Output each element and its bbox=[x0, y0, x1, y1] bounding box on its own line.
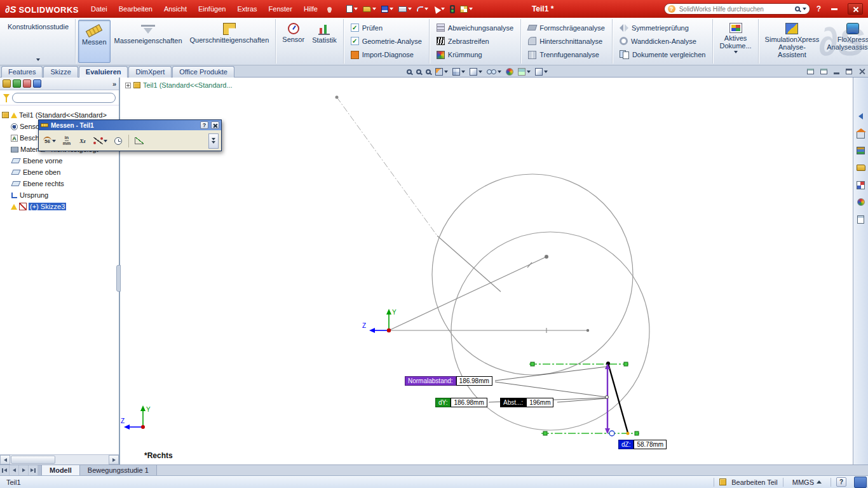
taskpane-collapse-button[interactable] bbox=[855, 111, 867, 122]
scroll-left-button[interactable] bbox=[0, 455, 10, 464]
document-close-icon[interactable] bbox=[858, 68, 865, 75]
previous-view-button[interactable] bbox=[424, 69, 432, 75]
tree-horizontal-scrollbar[interactable] bbox=[0, 454, 119, 464]
ribbon-button-trennfugenanalyse[interactable]: Trennfugenanalyse bbox=[525, 48, 608, 62]
measurement-history-button[interactable] bbox=[111, 133, 125, 149]
close-button[interactable] bbox=[848, 3, 863, 15]
ribbon-button-pruefen[interactable]: ✓ Prüfen bbox=[348, 21, 425, 34]
print-button[interactable] bbox=[397, 5, 414, 13]
ribbon-button-statistik[interactable]: Statistik bbox=[308, 20, 341, 63]
next-tab-button[interactable] bbox=[19, 465, 29, 475]
document-window-icon[interactable] bbox=[820, 69, 827, 74]
tree-item-ebene-vorne[interactable]: Ebene vorne bbox=[0, 155, 119, 166]
zoom-fit-button[interactable] bbox=[405, 69, 413, 75]
tree-item-ebene-rechts[interactable]: Ebene rechts bbox=[0, 178, 119, 189]
arc-circle-measure-button[interactable]: 56 bbox=[41, 133, 58, 149]
panel-splitter-handle[interactable] bbox=[116, 265, 121, 292]
design-library-button[interactable] bbox=[855, 145, 867, 156]
tab-office-produkte[interactable]: Office Produkte bbox=[172, 66, 234, 78]
create-sensor-button[interactable] bbox=[132, 133, 146, 149]
callout-abstand[interactable]: Abst...: 196mm bbox=[500, 398, 553, 407]
new-document-button[interactable] bbox=[344, 4, 360, 14]
tab-modell[interactable]: Modell bbox=[42, 465, 80, 475]
propertymanager-icon[interactable] bbox=[13, 79, 21, 88]
sketch-endpoint[interactable] bbox=[587, 329, 589, 332]
menu-ansicht[interactable]: Ansicht bbox=[158, 0, 193, 18]
units-precision-button[interactable]: inmm bbox=[60, 133, 74, 149]
tree-item-skizze3[interactable]: (+) Skizze3 bbox=[0, 201, 119, 212]
point-to-point-button[interactable] bbox=[92, 133, 109, 149]
menu-einfuegen[interactable]: Einfügen bbox=[193, 0, 231, 18]
show-xyz-measurements-button[interactable]: Xz bbox=[76, 133, 90, 149]
first-tab-button[interactable] bbox=[0, 465, 10, 475]
construction-line[interactable] bbox=[336, 96, 438, 236]
featuremanager-tree-icon[interactable] bbox=[3, 79, 11, 88]
custom-properties-button[interactable] bbox=[855, 214, 867, 225]
sketch-endpoint[interactable] bbox=[545, 255, 548, 259]
document-restore-icon[interactable] bbox=[846, 69, 852, 74]
ribbon-button-simulationxpress[interactable]: SimulationXpress Analyse-Assistent bbox=[761, 20, 824, 63]
ribbon-button-kruemmung[interactable]: Krümmung bbox=[433, 48, 517, 62]
options-button[interactable] bbox=[458, 4, 475, 14]
ribbon-button-abweichungsanalyse[interactable]: Abweichungsanalyse bbox=[433, 21, 517, 34]
ribbon-button-dokumente-vergleichen[interactable]: Dokumente vergleichen bbox=[616, 48, 709, 62]
select-button[interactable] bbox=[431, 4, 447, 14]
tree-item-ebene-oben[interactable]: Ebene oben bbox=[0, 166, 119, 178]
menu-fenster[interactable]: Fenster bbox=[263, 0, 298, 18]
scroll-right-button[interactable] bbox=[109, 455, 119, 464]
tree-filter-input[interactable] bbox=[12, 93, 116, 103]
dialog-close-button[interactable] bbox=[211, 121, 219, 129]
ribbon-button-sensor[interactable]: Sensor bbox=[278, 20, 308, 63]
view-settings-button[interactable] bbox=[534, 67, 549, 76]
help-button[interactable]: ? bbox=[814, 4, 824, 13]
units-selector[interactable]: MMGS bbox=[789, 477, 825, 487]
undo-button[interactable] bbox=[415, 5, 430, 13]
menu-hilfe[interactable]: Hilfe bbox=[298, 0, 323, 18]
help-search-box[interactable]: ? bbox=[664, 3, 810, 15]
ribbon-button-hinterschnittanalyse[interactable]: Hinterschnittanalyse bbox=[525, 34, 608, 48]
callout-dz[interactable]: dZ: 58.78mm bbox=[618, 440, 667, 449]
menu-extras[interactable]: Extras bbox=[231, 0, 262, 18]
sketch-lines[interactable] bbox=[389, 236, 588, 333]
solidworks-resources-button[interactable] bbox=[855, 128, 867, 139]
ribbon-button-aktives-dokument[interactable]: Aktives Dokume... bbox=[715, 20, 755, 63]
file-explorer-button[interactable] bbox=[855, 162, 867, 173]
ribbon-button-geometrie-analyse[interactable]: ✓ Geometrie-Analyse bbox=[348, 34, 425, 48]
section-view-button[interactable] bbox=[434, 67, 449, 76]
ribbon-button-floxpress[interactable]: FloXpress Analyseassistent bbox=[823, 20, 868, 63]
hide-show-items-button[interactable] bbox=[485, 69, 503, 74]
tab-features[interactable]: Features bbox=[1, 66, 43, 78]
appearances-scenes-button[interactable] bbox=[855, 196, 867, 208]
ribbon-button-formschraegeanalyse[interactable]: Formschrägeanalyse bbox=[525, 21, 608, 34]
ribbon-button-import-diagnose[interactable]: Import-Diagnose bbox=[348, 48, 425, 62]
document-minimize-icon[interactable] bbox=[834, 72, 839, 74]
open-button[interactable] bbox=[361, 5, 378, 13]
view-palette-button[interactable] bbox=[855, 179, 867, 191]
expand-icon[interactable] bbox=[125, 83, 131, 88]
ribbon-button-wanddicken-analyse[interactable]: Wanddicken-Analyse bbox=[616, 34, 709, 48]
displaymanager-icon[interactable] bbox=[33, 79, 41, 88]
ribbon-button-messen[interactable]: Messen bbox=[78, 20, 111, 63]
callout-normal-distance[interactable]: Normalabstand: 186.98mm bbox=[405, 376, 492, 386]
search-icon[interactable] bbox=[795, 6, 800, 11]
ribbon-button-konstruktionsstudie[interactable]: Konstruktionsstudie bbox=[4, 20, 72, 63]
edit-appearance-button[interactable] bbox=[505, 67, 515, 76]
callout-dy[interactable]: dY: 186.98mm bbox=[435, 398, 487, 407]
display-style-button[interactable] bbox=[468, 67, 484, 76]
apply-scene-button[interactable] bbox=[517, 67, 532, 76]
save-button[interactable] bbox=[379, 4, 395, 14]
ribbon-button-masseneigenschaften[interactable]: Masseneigenschaften bbox=[111, 20, 186, 63]
tab-bewegungsstudie[interactable]: Bewegungsstudie 1 bbox=[80, 465, 157, 475]
rebuild-button[interactable] bbox=[448, 4, 457, 15]
measure-dialog[interactable]: Messen - Teil1 ? 56 inmm Xz bbox=[38, 119, 222, 151]
menu-pin-icon[interactable] bbox=[327, 7, 332, 11]
document-window-icon[interactable] bbox=[807, 69, 814, 74]
measured-point[interactable] bbox=[609, 431, 614, 436]
more-tabs-chevron-icon[interactable]: » bbox=[112, 80, 116, 88]
tab-evaluieren[interactable]: Evaluieren bbox=[79, 66, 128, 78]
search-input[interactable] bbox=[678, 5, 792, 13]
taskpane-toggle-button[interactable] bbox=[854, 477, 867, 488]
tree-item-ursprung[interactable]: Ursprung bbox=[0, 189, 119, 201]
view-orientation-button[interactable] bbox=[451, 67, 466, 76]
tab-dimxpert[interactable]: DimXpert bbox=[128, 66, 172, 78]
